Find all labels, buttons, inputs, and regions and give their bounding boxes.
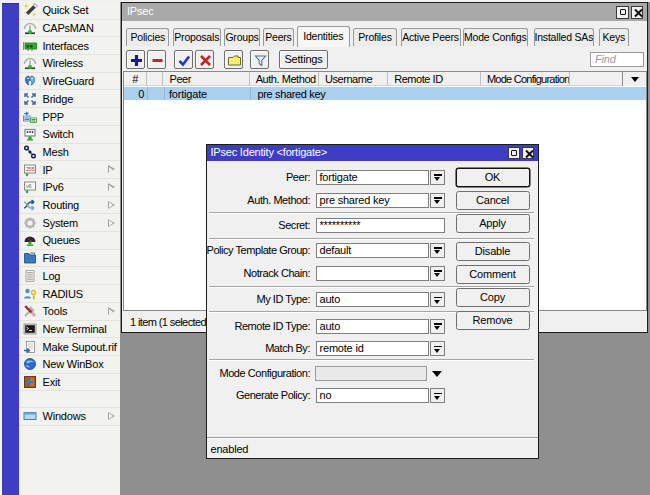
svg-text:255: 255 (26, 166, 35, 172)
svg-text:v6: v6 (26, 183, 32, 189)
